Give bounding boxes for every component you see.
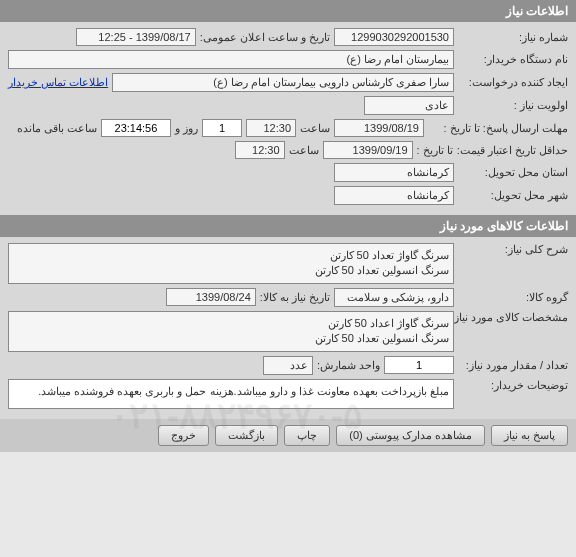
attachments-button[interactable]: مشاهده مدارک پیوستی (0) [336,425,485,446]
label-need-date-to: تاریخ نیاز به کالا: [260,291,330,304]
back-button[interactable]: بازگشت [215,425,278,446]
exit-button[interactable]: خروج [158,425,209,446]
field-buyer-notes: مبلغ بازپرداخت بعهده معاونت غذا و دارو م… [8,379,454,409]
label-min-validity: حداقل تاریخ اعتبار قیمت: [457,144,568,157]
label-city: شهر محل تحویل: [458,189,568,202]
label-goods-group: گروه کالا: [458,291,568,304]
label-unit: واحد شمارش: [317,359,380,372]
field-need-date-to: 1399/08/24 [166,288,256,306]
field-priority: عادی [364,96,454,115]
field-buyer-org: بیمارستان امام رضا (ع) [8,50,454,69]
section-header-goods: اطلاعات کالاهای مورد نیاز [0,215,576,237]
respond-button[interactable]: پاسخ به نیاز [491,425,568,446]
label-province: استان محل تحویل: [458,166,568,179]
desc-line1: سرنگ گاواژ تعداد 50 کارتن [13,248,449,263]
label-qty: تعداد / مقدار مورد نیاز: [458,359,568,372]
field-unit: عدد [263,356,313,375]
button-row: پاسخ به نیاز مشاهده مدارک پیوستی (0) چاپ… [0,419,576,452]
label-until: تا تاریخ : [417,144,453,157]
field-deadline-date: 1399/08/19 [334,119,424,137]
label-time1: ساعت [300,122,330,135]
field-city: کرمانشاه [334,186,454,205]
spec-line2: سرنگ انسولین تعداد 50 کارتن [13,331,449,346]
desc-line2: سرنگ انسولین تعداد 50 کارتن [13,263,449,278]
field-validity-date: 1399/09/19 [323,141,413,159]
label-priority: اولویت نیاز : [458,99,568,112]
field-general-desc: سرنگ گاواژ تعداد 50 کارتن سرنگ انسولین ت… [8,243,454,284]
link-contact-info[interactable]: اطلاعات تماس خریدار [8,76,108,89]
field-need-no: 1299030292001530 [334,28,454,46]
field-validity-time: 12:30 [235,141,285,159]
print-button[interactable]: چاپ [284,425,330,446]
label-buyer-org: نام دستگاه خریدار: [458,53,568,66]
label-creator: ایجاد کننده درخواست: [458,76,568,89]
field-goods-group: دارو، پزشکی و سلامت [334,288,454,307]
field-goods-spec: سرنگ گاواژ اعداد 50 کارتن سرنگ انسولین ت… [8,311,454,352]
label-buyer-notes: توضیحات خریدار: [458,379,568,392]
field-days-left: 1 [202,119,242,137]
field-qty: 1 [384,356,454,374]
goods-info-form: شرح کلی نیاز: سرنگ گاواژ تعداد 50 کارتن … [0,237,576,419]
section-header-need-info: اطلاعات نیاز [0,0,576,22]
field-announce-dt: 1399/08/17 - 12:25 [76,28,196,46]
label-announce-dt: تاریخ و ساعت اعلان عمومی: [200,31,330,44]
field-time-left: 23:14:56 [101,119,171,137]
label-goods-spec: مشخصات کالای مورد نیاز: [458,311,568,324]
field-creator: سارا صفری کارشناس دارویی بیمارستان امام … [112,73,454,92]
label-days: روز و [175,122,198,135]
field-province: کرمانشاه [334,163,454,182]
label-general-desc: شرح کلی نیاز: [458,243,568,256]
label-deadline: مهلت ارسال پاسخ: تا تاریخ : [428,122,568,135]
spec-line1: سرنگ گاواژ اعداد 50 کارتن [13,316,449,331]
label-remaining: ساعت باقی مانده [17,122,97,135]
label-time2: ساعت [289,144,319,157]
need-info-form: شماره نیاز: 1299030292001530 تاریخ و ساع… [0,22,576,215]
field-deadline-time: 12:30 [246,119,296,137]
label-need-no: شماره نیاز: [458,31,568,44]
